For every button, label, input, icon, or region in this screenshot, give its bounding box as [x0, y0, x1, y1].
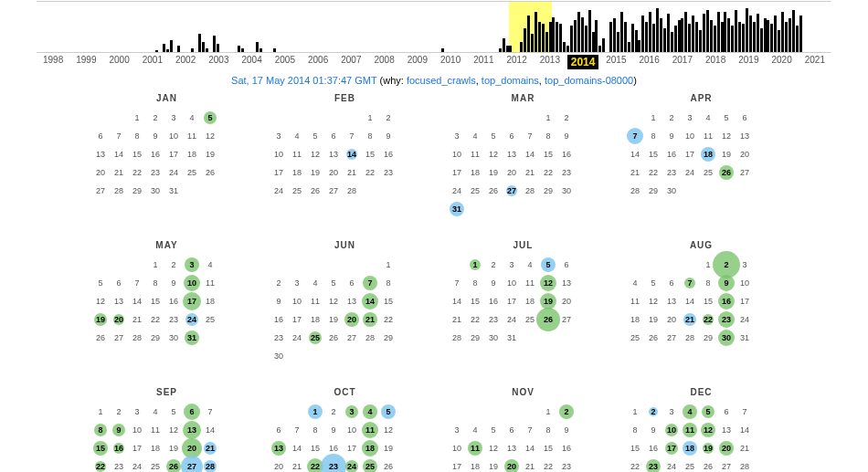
timeline-year-2012[interactable] [423, 2, 466, 52]
day-cell[interactable]: 4 [361, 403, 379, 421]
day-cell[interactable]: 4 [681, 403, 699, 421]
day-cell[interactable]: 14 [343, 145, 361, 163]
year-label-2016[interactable]: 2016 [633, 55, 666, 69]
year-label-2010[interactable]: 2010 [434, 55, 467, 69]
year-label-2006[interactable]: 2006 [302, 55, 334, 69]
year-sparkline[interactable] [37, 1, 831, 53]
day-cell[interactable]: 27 [183, 457, 201, 472]
year-label-2017[interactable]: 2017 [666, 55, 699, 69]
day-cell[interactable]: 14 [361, 292, 379, 310]
day-cell[interactable]: 13 [270, 439, 288, 457]
day-cell[interactable]: 18 [699, 145, 717, 163]
day-cell[interactable]: 31 [448, 200, 466, 218]
day-cell[interactable]: 25 [306, 329, 324, 347]
timeline-year-2006[interactable] [273, 2, 316, 52]
year-label-1999[interactable]: 1999 [69, 55, 102, 69]
year-label-2021[interactable]: 2021 [799, 55, 831, 69]
day-cell[interactable]: 7 [681, 274, 699, 292]
year-label-2011[interactable]: 2011 [467, 55, 500, 69]
day-cell[interactable]: 19 [91, 310, 110, 329]
day-cell[interactable]: 21 [361, 310, 379, 329]
day-cell[interactable]: 11 [466, 439, 484, 457]
day-cell[interactable]: 22 [91, 457, 110, 472]
year-label-2003[interactable]: 2003 [202, 55, 235, 69]
year-label-2015[interactable]: 2015 [599, 55, 632, 69]
day-cell[interactable]: 17 [662, 439, 681, 457]
year-label-2014[interactable]: 2014 [566, 55, 599, 69]
day-cell[interactable]: 3 [343, 403, 361, 421]
day-cell[interactable]: 24 [183, 310, 201, 329]
day-cell[interactable]: 18 [361, 439, 379, 457]
day-cell[interactable]: 9 [717, 274, 736, 292]
day-cell[interactable]: 21 [681, 310, 699, 329]
timeline-year-1998[interactable] [37, 2, 58, 52]
year-label-2004[interactable]: 2004 [236, 55, 269, 69]
timeline-year-2005[interactable] [230, 2, 273, 52]
timeline-year-2003[interactable] [144, 2, 187, 52]
day-cell[interactable]: 18 [681, 439, 699, 457]
year-label-2000[interactable]: 2000 [103, 55, 136, 69]
day-cell[interactable]: 10 [662, 421, 681, 439]
day-cell[interactable]: 26 [717, 163, 736, 182]
timeline-year-2011[interactable] [402, 2, 424, 52]
timeline-year-2010[interactable] [380, 2, 402, 52]
timeline-year-2016[interactable] [595, 2, 638, 52]
day-cell[interactable]: 20 [110, 310, 128, 329]
year-label-2007[interactable]: 2007 [334, 55, 367, 69]
timeline-year-2021[interactable] [810, 2, 831, 52]
timeline-year-2007[interactable] [316, 2, 338, 52]
timeline-year-2015[interactable] [552, 2, 595, 52]
day-cell[interactable]: 26 [539, 310, 557, 329]
year-label-2020[interactable]: 2020 [766, 55, 799, 69]
year-label-2002[interactable]: 2002 [169, 55, 202, 69]
year-label-2009[interactable]: 2009 [401, 55, 434, 69]
timeline-year-2014[interactable] [509, 2, 552, 52]
day-cell[interactable]: 10 [183, 274, 201, 292]
timeline-year-2000[interactable] [79, 2, 101, 52]
day-cell[interactable]: 28 [201, 457, 219, 472]
day-cell[interactable]: 27 [503, 182, 521, 200]
year-label-2001[interactable]: 2001 [136, 55, 169, 69]
day-cell[interactable]: 13 [183, 421, 201, 439]
day-cell[interactable]: 31 [183, 329, 201, 347]
why-reason-link[interactable]: top_domains [482, 75, 539, 86]
day-cell[interactable]: 20 [183, 439, 201, 457]
day-cell[interactable]: 17 [183, 292, 201, 310]
timeline-year-2018[interactable] [681, 2, 724, 52]
day-cell[interactable]: 23 [717, 310, 736, 329]
timeline-year-2020[interactable] [767, 2, 810, 52]
day-cell[interactable]: 3 [183, 256, 201, 274]
snapshot-datetime[interactable]: Sat, 17 May 2014 01:37:47 GMT [231, 75, 376, 86]
day-cell[interactable]: 7 [361, 274, 379, 292]
day-cell[interactable]: 5 [201, 109, 219, 127]
day-cell[interactable]: 21 [201, 439, 219, 457]
day-cell[interactable]: 8 [91, 421, 110, 439]
year-label-2013[interactable]: 2013 [534, 55, 566, 69]
day-cell[interactable]: 2 [717, 256, 736, 274]
year-axis[interactable]: 1998199920002001200220032004200520062007… [37, 55, 831, 69]
day-cell[interactable]: 2 [557, 403, 576, 421]
year-label-2018[interactable]: 2018 [699, 55, 732, 69]
day-cell[interactable]: 20 [717, 439, 736, 457]
timeline-year-2017[interactable] [638, 2, 681, 52]
day-cell[interactable]: 20 [503, 457, 521, 472]
day-cell[interactable]: 2 [644, 403, 662, 421]
timeline-year-2002[interactable] [122, 2, 144, 52]
day-cell[interactable]: 1 [306, 403, 324, 421]
day-cell[interactable]: 16 [717, 292, 736, 310]
timeline-year-2009[interactable] [359, 2, 381, 52]
day-cell[interactable]: 23 [644, 457, 662, 472]
day-cell[interactable]: 26 [164, 457, 183, 472]
year-label-1998[interactable]: 1998 [37, 55, 69, 69]
year-label-2008[interactable]: 2008 [368, 55, 401, 69]
why-reason-link[interactable]: focused_crawls [407, 75, 476, 86]
day-cell[interactable]: 6 [183, 403, 201, 421]
year-label-2005[interactable]: 2005 [269, 55, 302, 69]
day-cell[interactable]: 30 [717, 329, 736, 347]
timeline-year-1999[interactable] [58, 2, 80, 52]
day-cell[interactable]: 20 [343, 310, 361, 329]
day-cell[interactable]: 25 [361, 457, 379, 472]
day-cell[interactable]: 23 [324, 457, 343, 472]
day-cell[interactable]: 1 [466, 256, 484, 274]
year-label-2019[interactable]: 2019 [732, 55, 765, 69]
